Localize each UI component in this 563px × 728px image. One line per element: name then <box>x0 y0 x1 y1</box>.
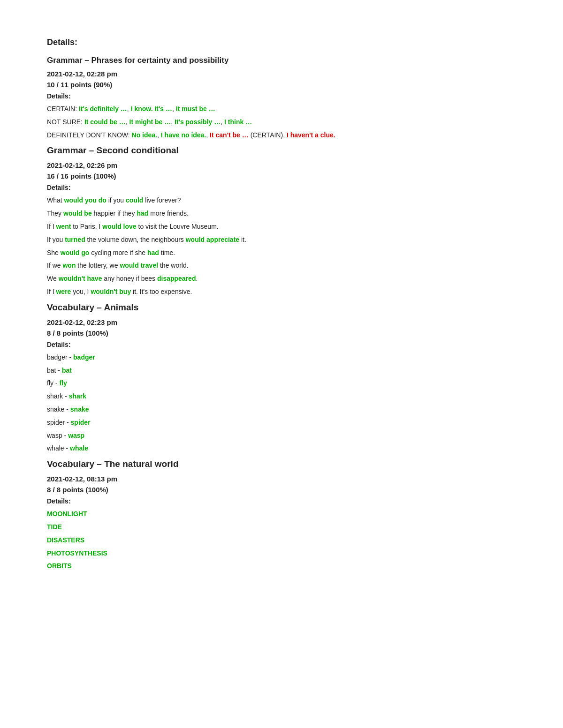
section-details-label-natural-world: Details: <box>47 497 516 505</box>
section-vocabulary-animals: Vocabulary – Animals 2021-02-12, 02:23 p… <box>47 302 516 454</box>
page-title: Details: <box>47 38 516 47</box>
section-grammar-certainty: Grammar – Phrases for certainty and poss… <box>47 56 516 141</box>
section-title-second-conditional: Grammar – Second conditional <box>47 145 516 156</box>
section-grammar-second-conditional: Grammar – Second conditional 2021-02-12,… <box>47 145 516 297</box>
section-title-animals: Vocabulary – Animals <box>47 302 516 313</box>
section-points-certainty: 10 / 11 points (90%) <box>47 81 516 89</box>
section-content-natural-world: MOONLIGHT TIDE DISASTERS PHOTOSYNTHESIS … <box>47 509 516 572</box>
section-details-label-animals: Details: <box>47 341 516 348</box>
section-date-animals: 2021-02-12, 02:23 pm <box>47 318 516 326</box>
section-date-natural-world: 2021-02-12, 08:13 pm <box>47 475 516 483</box>
section-date-second-conditional: 2021-02-12, 02:26 pm <box>47 161 516 169</box>
section-points-natural-world: 8 / 8 points (100%) <box>47 486 516 494</box>
section-points-second-conditional: 16 / 16 points (100%) <box>47 172 516 180</box>
section-points-animals: 8 / 8 points (100%) <box>47 329 516 337</box>
page-container: Details: Grammar – Phrases for certainty… <box>47 38 516 572</box>
section-content-certainty: CERTAIN: It's definitely …, I know. It's… <box>47 104 516 141</box>
section-content-second-conditional: What would you do if you could live fore… <box>47 195 516 297</box>
section-details-label-certainty: Details: <box>47 92 516 100</box>
section-date-certainty: 2021-02-12, 02:28 pm <box>47 70 516 78</box>
section-vocabulary-natural-world: Vocabulary – The natural world 2021-02-1… <box>47 459 516 572</box>
section-content-animals: badger - badger bat - bat fly - fly shar… <box>47 352 516 454</box>
section-details-label-second-conditional: Details: <box>47 184 516 191</box>
section-title-natural-world: Vocabulary – The natural world <box>47 459 516 469</box>
section-title-certainty: Grammar – Phrases for certainty and poss… <box>47 56 516 65</box>
